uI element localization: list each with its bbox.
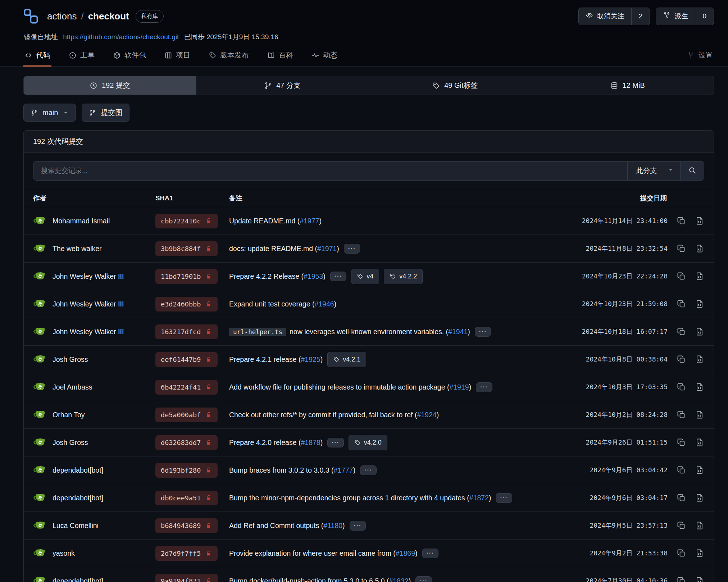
tab-wiki[interactable]: 百科	[266, 46, 294, 67]
copy-sha-button[interactable]	[677, 438, 686, 447]
view-file-at-commit-button[interactable]	[695, 382, 704, 392]
issue-link[interactable]: #1925	[301, 355, 320, 363]
mirror-url-link[interactable]: https://github.com/actions/checkout.git	[63, 33, 179, 41]
tab-packages[interactable]: 软件包	[112, 46, 147, 67]
expand-commit-button[interactable]: ···	[422, 549, 438, 558]
commit-message[interactable]: Expand unit test coverage (#1946)	[229, 300, 336, 308]
expand-commit-button[interactable]: ···	[476, 382, 492, 392]
commit-author-link[interactable]: dependabot[bot]	[53, 577, 103, 582]
commit-message[interactable]: Prepare 4.2.2 Release (#1953)	[229, 272, 326, 281]
tag-button[interactable]: v4.2.1	[327, 352, 366, 367]
copy-sha-button[interactable]	[677, 355, 686, 364]
tab-projects[interactable]: 项目	[163, 46, 191, 67]
commit-author-link[interactable]: Joel Ambass	[53, 383, 92, 391]
commit-author-link[interactable]: Josh Gross	[53, 438, 88, 447]
branch-select-button[interactable]: main	[23, 104, 76, 122]
commit-author-link[interactable]: John Wesley Walker III	[53, 272, 124, 281]
stats-branches[interactable]: 47 分支	[196, 76, 369, 95]
commit-sha-link[interactable]: 3b9b8c884f	[155, 241, 218, 256]
commit-message[interactable]: Provide explanation for where user email…	[229, 549, 418, 558]
tag-button[interactable]: v4	[351, 269, 379, 284]
issue-link[interactable]: #1777	[333, 466, 353, 474]
stats-commits[interactable]: 192 提交	[24, 76, 196, 95]
expand-commit-button[interactable]: ···	[350, 521, 366, 531]
commit-sha-link[interactable]: 9a9194f871	[155, 574, 218, 582]
commit-message[interactable]: Add workflow file for publishing release…	[229, 383, 471, 391]
commit-message[interactable]: Update README.md (#1977)	[229, 217, 322, 225]
commit-author-link[interactable]: Orhan Toy	[53, 411, 85, 419]
commit-graph-button[interactable]: 提交图	[82, 104, 129, 122]
repo-name-link[interactable]: checkout	[88, 11, 129, 22]
commit-author-link[interactable]: Mohammad Ismail	[53, 217, 110, 225]
issue-link[interactable]: #1919	[449, 383, 469, 391]
view-file-at-commit-button[interactable]	[695, 299, 704, 309]
copy-sha-button[interactable]	[677, 382, 686, 392]
commit-sha-link[interactable]: eef61447b9	[155, 352, 218, 367]
view-file-at-commit-button[interactable]	[695, 327, 704, 336]
commit-author-link[interactable]: John Wesley Walker III	[53, 328, 124, 336]
search-commits-input[interactable]	[33, 162, 627, 180]
view-file-at-commit-button[interactable]	[695, 549, 704, 558]
commit-sha-link[interactable]: 6d193bf280	[155, 463, 218, 478]
commit-message[interactable]: Bump the minor-npm-dependencies group ac…	[229, 494, 491, 502]
expand-commit-button[interactable]: ···	[360, 465, 376, 475]
view-file-at-commit-button[interactable]	[695, 244, 704, 253]
view-file-at-commit-button[interactable]	[695, 272, 704, 281]
commit-sha-link[interactable]: 163217dfcd	[155, 324, 218, 339]
fork-button[interactable]: 派生	[656, 8, 695, 25]
commit-sha-link[interactable]: b684943689	[155, 518, 218, 533]
commit-author-link[interactable]: The web walker	[53, 245, 102, 253]
watchers-count[interactable]: 2	[631, 8, 650, 25]
tab-activity[interactable]: 动态	[310, 46, 338, 67]
commit-message[interactable]: Prepare 4.2.1 release (#1925)	[229, 355, 323, 364]
copy-sha-button[interactable]	[677, 493, 686, 503]
copy-sha-button[interactable]	[677, 465, 686, 475]
copy-sha-button[interactable]	[677, 299, 686, 309]
issue-link[interactable]: #1872	[469, 494, 489, 502]
copy-sha-button[interactable]	[677, 244, 686, 253]
view-file-at-commit-button[interactable]	[695, 438, 704, 447]
view-file-at-commit-button[interactable]	[695, 493, 704, 503]
issue-link[interactable]: #1977	[300, 217, 319, 225]
commit-message[interactable]: Bump braces from 3.0.2 to 3.0.3 (#1777)	[229, 466, 355, 474]
repo-owner-link[interactable]: actions	[47, 11, 77, 22]
issue-link[interactable]: #1832	[389, 577, 408, 582]
copy-sha-button[interactable]	[677, 549, 686, 558]
tab-issues[interactable]: 工单	[68, 46, 96, 67]
expand-commit-button[interactable]: ···	[496, 493, 512, 503]
commit-author-link[interactable]: Luca Comellini	[53, 522, 99, 530]
tag-button[interactable]: v4.2.2	[384, 269, 423, 284]
commit-sha-link[interactable]: db0cee9a51	[155, 491, 218, 505]
view-file-at-commit-button[interactable]	[695, 355, 704, 364]
view-file-at-commit-button[interactable]	[695, 521, 704, 530]
commit-sha-link[interactable]: 2d7d9f7ff5	[155, 546, 218, 561]
commit-sha-link[interactable]: cbb722410c	[155, 214, 218, 228]
commit-sha-link[interactable]: d632683dd7	[155, 435, 218, 450]
copy-sha-button[interactable]	[677, 521, 686, 530]
commit-sha-link[interactable]: de5a000abf	[155, 408, 218, 422]
commit-message[interactable]: Add Ref and Commit outputs (#1180)	[229, 522, 345, 530]
issue-link[interactable]: #1946	[314, 300, 334, 308]
tag-button[interactable]: v4.2.0	[349, 435, 387, 450]
tab-releases[interactable]: 版本发布	[208, 46, 250, 67]
commit-author-link[interactable]: Josh Gross	[53, 355, 88, 364]
view-file-at-commit-button[interactable]	[695, 216, 704, 226]
expand-commit-button[interactable]: ···	[330, 272, 346, 281]
tab-code[interactable]: 代码	[23, 46, 51, 67]
copy-sha-button[interactable]	[677, 410, 686, 419]
issue-link[interactable]: #1924	[417, 411, 436, 419]
expand-commit-button[interactable]: ···	[344, 244, 360, 254]
issue-link[interactable]: #1953	[304, 272, 323, 280]
stats-size[interactable]: 12 MiB	[541, 76, 714, 95]
copy-sha-button[interactable]	[677, 327, 686, 336]
commit-sha-link[interactable]: 11bd71901b	[155, 269, 218, 284]
issue-link[interactable]: #1878	[301, 438, 320, 446]
issue-link[interactable]: #1869	[396, 549, 415, 557]
view-file-at-commit-button[interactable]	[695, 576, 704, 582]
view-file-at-commit-button[interactable]	[695, 410, 704, 419]
commit-sha-link[interactable]: 6b42224f41	[155, 380, 218, 395]
expand-commit-button[interactable]: ···	[327, 438, 343, 447]
expand-commit-button[interactable]: ···	[475, 327, 491, 337]
commit-author-link[interactable]: dependabot[bot]	[53, 494, 103, 502]
commit-author-link[interactable]: yasonk	[53, 549, 75, 558]
